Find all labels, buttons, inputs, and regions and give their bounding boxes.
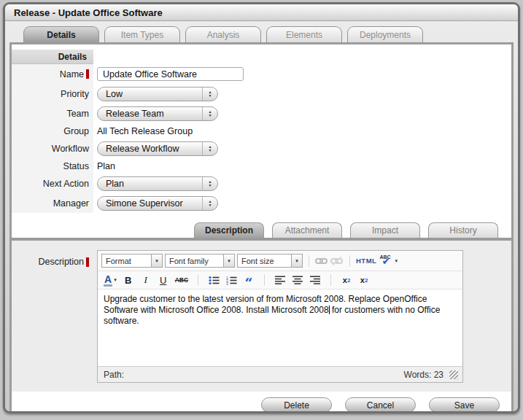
subtab-label: Impact	[372, 225, 398, 236]
content-panel: Details Name Priority Low	[9, 42, 514, 411]
tab-analysis[interactable]: Analysis	[185, 26, 261, 42]
subtab-label: History	[449, 225, 476, 236]
bold-button[interactable]: B	[123, 273, 134, 287]
team-select[interactable]: Release Team ▲ ▼	[97, 106, 218, 121]
align-right-icon	[310, 276, 320, 284]
field-row-group: Group All Tech Release Group	[12, 123, 511, 139]
subtab-label: Description	[205, 225, 253, 236]
chevron-down-icon: ▾	[223, 254, 234, 267]
format-select[interactable]: Format ▾	[101, 254, 163, 268]
priority-select[interactable]: Low ▲ ▼	[97, 87, 218, 101]
description-label: Description	[12, 250, 93, 383]
team-label: Team	[12, 109, 93, 119]
field-row-name: Name	[12, 64, 511, 84]
spellcheck-icon: ABC ✔	[379, 254, 393, 268]
resize-grip[interactable]	[449, 370, 458, 379]
group-label: Group	[12, 126, 93, 136]
field-row-priority: Priority Low ▲ ▼	[12, 84, 511, 104]
stepper-arrows-icon: ▲ ▼	[202, 107, 217, 120]
save-button[interactable]: Save	[429, 397, 500, 413]
description-text-area[interactable]: Upgrade customer to the latest version o…	[98, 289, 462, 366]
workflow-select[interactable]: Release Workflow ▲ ▼	[97, 141, 218, 156]
next-action-value: Plan	[106, 179, 124, 189]
toolbar-separator	[330, 274, 331, 286]
workflow-value: Release Workflow	[106, 144, 179, 154]
stepper-arrows-icon: ▲ ▼	[202, 197, 217, 210]
status-value: Plan	[97, 161, 115, 171]
rich-text-editor: Format ▾ Font family ▾ Font size ▾	[97, 250, 463, 383]
subscript-button[interactable]: x2	[341, 273, 352, 287]
strikethrough-button[interactable]: ABC	[175, 273, 188, 287]
subtab-attachment[interactable]: Attachment	[272, 222, 342, 238]
tab-label: Deployments	[360, 30, 411, 40]
details-form: Details Name Priority Low	[12, 44, 511, 213]
toolbar-separator	[264, 274, 265, 286]
bullet-list-icon	[209, 276, 220, 285]
cancel-button[interactable]: Cancel	[345, 397, 416, 413]
required-marker	[86, 257, 89, 267]
chevron-down-icon: ▾	[395, 258, 398, 264]
italic-button[interactable]: I	[140, 273, 152, 287]
font-color-button[interactable]: A ▾	[104, 273, 117, 287]
subtab-history[interactable]: History	[428, 222, 498, 238]
priority-label: Priority	[12, 89, 93, 99]
manager-value: Simone Supervisor	[106, 198, 183, 209]
align-center-button[interactable]	[292, 273, 303, 287]
status-label: Status	[12, 161, 93, 171]
spellcheck-button[interactable]: ABC ✔ ▾	[379, 254, 398, 268]
name-input[interactable]	[97, 67, 244, 81]
numbered-list-button[interactable]: 1 2 3	[225, 273, 237, 287]
blockquote-button[interactable]: “	[243, 273, 255, 287]
bullet-list-button[interactable]	[208, 273, 220, 287]
superscript-button[interactable]: x2	[358, 273, 370, 287]
subtab-impact[interactable]: Impact	[350, 222, 420, 238]
font-family-select[interactable]: Font family ▾	[165, 254, 235, 268]
tab-elements[interactable]: Elements	[266, 26, 342, 42]
tab-label: Item Types	[121, 30, 163, 40]
delete-button[interactable]: Delete	[261, 397, 332, 413]
tab-deployments[interactable]: Deployments	[347, 26, 423, 42]
field-row-status: Status Plan	[12, 158, 511, 174]
align-right-button[interactable]	[309, 273, 321, 287]
subtab-label: Attachment	[285, 225, 330, 236]
toolbar-separator	[309, 255, 309, 267]
word-count: Words: 23	[404, 370, 443, 380]
required-marker	[86, 69, 89, 79]
name-label: Name	[12, 69, 93, 79]
font-color-icon: A	[104, 274, 112, 287]
svg-text:3: 3	[226, 281, 228, 285]
workflow-label: Workflow	[12, 144, 93, 154]
footer-button-bar: Delete Cancel Save	[12, 392, 511, 413]
underline-button[interactable]: U	[158, 273, 169, 287]
stepper-arrows-icon: ▲ ▼	[202, 177, 217, 190]
editor-toolbar-row-2: A ▾ B I U ABC	[98, 271, 462, 289]
font-size-select[interactable]: Font size ▾	[237, 254, 303, 268]
unlink-icon	[330, 257, 344, 265]
manager-label: Manager	[12, 198, 93, 209]
next-action-select[interactable]: Plan ▲ ▼	[97, 176, 218, 191]
tab-item-types[interactable]: Item Types	[104, 26, 180, 42]
link-icon	[315, 257, 328, 265]
details-section-header: Details	[12, 50, 93, 64]
align-left-button[interactable]	[274, 273, 286, 287]
tab-label: Analysis	[207, 30, 240, 40]
stepper-arrows-icon: ▲ ▼	[202, 88, 217, 101]
html-source-button[interactable]: HTML	[356, 254, 376, 268]
group-value: All Tech Release Group	[97, 126, 193, 136]
align-center-icon	[293, 276, 303, 284]
sub-tab-bar: Description Attachment Impact History	[194, 220, 511, 238]
chevron-down-icon: ▾	[291, 254, 302, 267]
field-row-manager: Manager Simone Supervisor ▲ ▼	[12, 193, 511, 213]
tab-details[interactable]: Details	[23, 26, 99, 42]
stepper-arrows-icon: ▲ ▼	[202, 142, 217, 155]
manager-select[interactable]: Simone Supervisor ▲ ▼	[97, 196, 218, 211]
tab-label: Details	[47, 30, 75, 40]
tab-label: Elements	[286, 30, 322, 40]
toolbar-separator	[349, 255, 350, 267]
field-row-next-action: Next Action Plan ▲ ▼	[12, 174, 511, 193]
priority-value: Low	[106, 89, 123, 99]
numbered-list-icon: 1 2 3	[226, 276, 237, 285]
insert-link-button[interactable]	[315, 254, 328, 268]
remove-link-button[interactable]	[330, 254, 344, 268]
subtab-description[interactable]: Description	[194, 222, 264, 238]
